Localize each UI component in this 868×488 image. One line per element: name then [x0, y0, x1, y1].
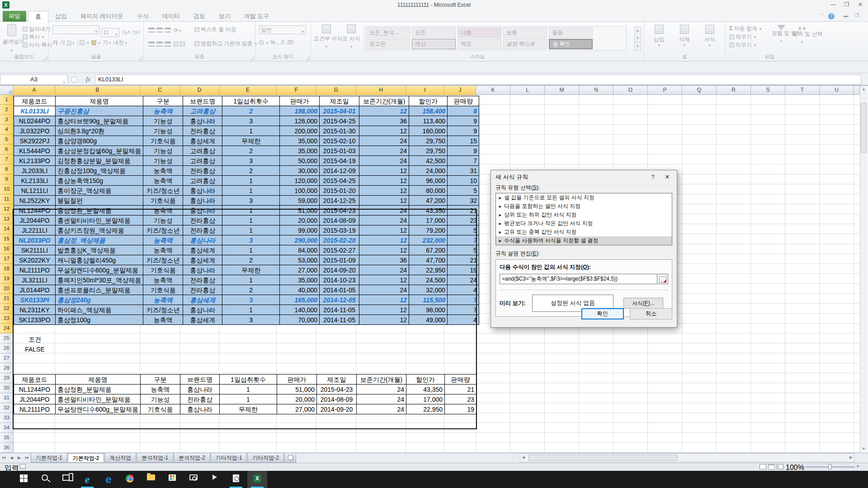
condition-label-cell[interactable]: 조건 — [14, 334, 56, 344]
zoom-out-icon[interactable]: − — [801, 463, 804, 469]
cell[interactable]: 51,000 — [280, 206, 320, 216]
cell[interactable]: 홍삼나라 — [183, 186, 222, 196]
cell[interactable]: 3 — [222, 295, 280, 305]
cell[interactable]: 3 — [222, 196, 280, 206]
cell[interactable]: 96,000 — [409, 176, 448, 186]
ribbon-tab-4[interactable]: 데이터 — [156, 11, 187, 22]
cell[interactable]: 홍삼타브렛90g_분말제품 — [56, 116, 143, 126]
cell[interactable]: 2014-12-05 — [320, 295, 359, 305]
cell[interactable]: 29,750 — [409, 146, 448, 156]
sheet-tab-0[interactable]: 기본작업-1 — [31, 453, 67, 463]
cell[interactable]: 2014-08-09 — [320, 216, 359, 225]
table-header-cell[interactable]: 판매량 — [445, 375, 476, 385]
column-header-E[interactable]: E — [219, 86, 277, 95]
cell[interactable]: 농축액 — [143, 235, 183, 245]
autosum-button[interactable]: Σ 자동 합계 ▼ — [729, 25, 762, 33]
style-chip[interactable]: 표준 — [412, 28, 456, 38]
scroll-down-icon[interactable]: ▼ — [861, 446, 867, 451]
cell[interactable]: 구증진홍삼 — [56, 106, 143, 116]
cell[interactable]: 35,000 — [280, 136, 320, 146]
cell[interactable]: 농축액 — [143, 166, 183, 176]
cell[interactable]: 50,000 — [280, 156, 320, 166]
cell[interactable]: 기능성 — [143, 126, 183, 136]
cell[interactable]: 4 — [448, 315, 479, 325]
row-header-6[interactable]: 6 — [0, 145, 14, 155]
cell[interactable]: 140,000 — [280, 305, 320, 315]
rule-formula-input[interactable]: =and($C3="농축액",$F3>=large($F$3:$F$24,5)) — [500, 274, 657, 284]
row-header-29[interactable]: 29 — [0, 373, 14, 383]
table-header-cell[interactable]: 판매가 — [280, 96, 320, 106]
cell[interactable]: 기능성 — [143, 216, 183, 225]
window-restore-icon[interactable]: ❐ — [853, 12, 861, 19]
cell[interactable]: NL1244PO — [14, 206, 56, 216]
cell[interactable]: 19 — [448, 265, 479, 275]
row-header-33[interactable]: 33 — [0, 413, 14, 423]
cell[interactable]: 21 — [448, 255, 479, 265]
cell[interactable]: 심의환3.8g*20환 — [56, 126, 143, 136]
align-middle-icon[interactable] — [156, 28, 163, 33]
find-select-button[interactable]: 찾기 및 선택▼ — [793, 24, 811, 45]
start-taskbar-icon[interactable] — [14, 471, 33, 488]
cell[interactable]: 12 — [359, 275, 409, 285]
cell[interactable]: 1 — [222, 176, 280, 186]
cell[interactable]: 120,000 — [280, 176, 320, 186]
cell[interactable]: 2015-04-23 — [320, 206, 359, 216]
ribbon-tab-2[interactable]: 페이지 레이아웃 — [74, 11, 130, 22]
cell[interactable]: 20,000 — [277, 394, 317, 404]
cell[interactable]: 홍삼나라 — [183, 196, 222, 206]
cell[interactable]: 홍삼양갱800g — [56, 136, 143, 146]
cell[interactable]: 홍삼정100g — [56, 315, 143, 325]
cancel-button[interactable]: 취소 — [630, 308, 672, 319]
cell[interactable]: 2014-08-09 — [317, 394, 357, 404]
table-header-cell[interactable]: 구분 — [143, 96, 183, 106]
accounting-format-icon[interactable] — [259, 40, 264, 45]
search-taskbar-icon[interactable] — [35, 471, 55, 488]
cell[interactable]: 32 — [448, 196, 479, 206]
cell[interactable]: 기능성 — [141, 394, 180, 404]
cell[interactable]: 무제한 — [220, 404, 277, 414]
column-header-Q[interactable]: Q — [682, 86, 717, 95]
cell[interactable]: 1 — [220, 385, 277, 394]
cell[interactable]: 기능성 — [143, 116, 183, 126]
ribbon-tab-0[interactable]: 홈 — [28, 11, 48, 22]
rule-type-item-4[interactable]: ►고유 또는 중복 값만 서식 지정 — [496, 228, 672, 236]
cell[interactable]: 115,500 — [409, 295, 448, 305]
cell[interactable]: 7 — [448, 156, 479, 166]
row-header-1[interactable]: 1 — [0, 95, 14, 105]
cell[interactable]: 12 — [359, 305, 409, 315]
cell[interactable]: 43,350 — [406, 385, 445, 394]
cell[interactable]: 160,000 — [409, 126, 448, 136]
cell[interactable]: SK0133PI — [14, 295, 56, 305]
cell[interactable]: 7 — [448, 305, 479, 315]
style-chip[interactable]: 메모 — [458, 39, 501, 49]
align-top-icon[interactable] — [148, 28, 155, 33]
style-chip[interactable]: 보통 — [503, 28, 547, 38]
rule-type-item-1[interactable]: ►다음을 포함하는 셀만 서식 지정 — [496, 202, 672, 211]
gallery-down-icon[interactable]: ▼ — [635, 34, 641, 42]
cell[interactable]: 2015-04-25 — [320, 176, 359, 186]
cell[interactable]: 홍삼나라 — [183, 305, 222, 315]
cell[interactable]: 23 — [448, 216, 479, 225]
cell[interactable]: NL2033PO — [14, 235, 56, 245]
cell[interactable]: 고려홍삼 — [183, 146, 222, 156]
ribbon-tab-3[interactable]: 수식 — [130, 11, 156, 22]
cell[interactable]: 홍삼나라 — [183, 265, 222, 275]
cell[interactable]: 2015-01-30 — [320, 126, 359, 136]
style-chip[interactable]: 나쁨 — [458, 28, 501, 38]
cell[interactable]: 2 — [222, 285, 280, 295]
align-left-icon[interactable] — [148, 42, 155, 47]
dialog-help-icon[interactable]: ? — [645, 170, 660, 183]
cell[interactable]: 2014-11-05 — [320, 305, 359, 315]
cell[interactable]: 기호식품 — [143, 265, 183, 275]
cell[interactable]: 1 — [222, 216, 280, 225]
cell[interactable]: 31 — [448, 166, 479, 176]
row-header-11[interactable]: 11 — [0, 194, 14, 204]
cell[interactable]: 무설탕캔디수600g_분말제품 — [56, 404, 141, 414]
name-box[interactable]: A3▼ — [0, 75, 68, 84]
cell[interactable]: 2014-12-25 — [320, 196, 359, 206]
cell[interactable]: 기호식품 — [141, 404, 180, 414]
row-header-22[interactable]: 22 — [0, 304, 14, 314]
cell[interactable]: 67,200 — [409, 245, 448, 255]
column-header-T[interactable]: T — [785, 86, 820, 95]
cell[interactable]: 99,000 — [280, 225, 320, 235]
